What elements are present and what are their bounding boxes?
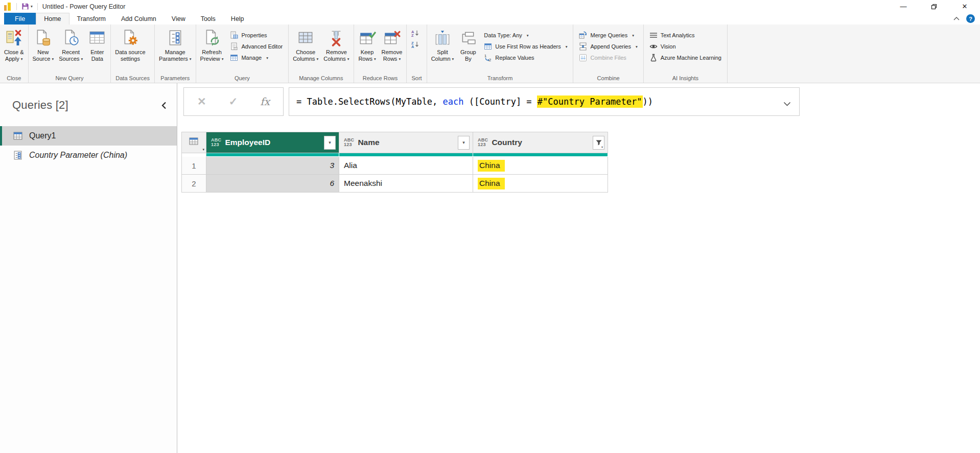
remove-columns-icon: [327, 29, 345, 47]
row-number[interactable]: 1: [182, 157, 206, 175]
row-number[interactable]: 2: [182, 175, 206, 193]
merge-queries-button[interactable]: Merge Queries▾: [576, 30, 640, 41]
restore-button[interactable]: [919, 0, 949, 13]
cell-name[interactable]: Meenakshi: [339, 175, 473, 193]
replace-values-button[interactable]: 12 Replace Values: [481, 52, 570, 63]
advanced-editor-icon: [230, 42, 238, 51]
remove-rows-button[interactable]: RemoveRows▾: [379, 27, 405, 62]
parameter-icon: [13, 151, 22, 160]
tab-help[interactable]: Help: [223, 13, 252, 25]
svg-text:Z: Z: [411, 33, 414, 37]
cell-employeeid[interactable]: 6: [206, 175, 339, 193]
group-label-data-sources: Data Sources: [111, 75, 154, 83]
window-title: Untitled - Power Query Editor: [42, 3, 126, 10]
queries-list: Query1 Country Parameter (China): [0, 126, 177, 165]
tab-tools[interactable]: Tools: [193, 13, 223, 25]
column-type-icon[interactable]: ABC123: [478, 138, 488, 148]
tab-add-column[interactable]: Add Column: [113, 13, 164, 25]
sort-az-icon: AZ: [411, 29, 419, 37]
append-queries-button[interactable]: Append Queries▾: [576, 41, 640, 52]
close-and-apply-button[interactable]: Close &Apply▾: [2, 27, 27, 62]
queries-panel-title: Queries [2]: [0, 99, 177, 112]
group-label-ai-insights: AI Insights: [644, 75, 727, 83]
formula-action-buttons: ✕ ✓ fx: [183, 87, 284, 116]
sort-ascending-button[interactable]: AZ: [408, 28, 422, 39]
enter-data-button[interactable]: EnterData: [85, 27, 109, 62]
tab-transform[interactable]: Transform: [69, 13, 114, 25]
column-header-employeeid[interactable]: ABC123 EmployeeID ▾: [206, 132, 339, 153]
cell-name[interactable]: Alia: [339, 157, 473, 175]
svg-text:2: 2: [489, 58, 491, 62]
azure-machine-learning-button[interactable]: Azure Machine Learning: [647, 52, 724, 63]
choose-columns-button[interactable]: ChooseColumns▾: [290, 27, 321, 62]
use-first-row-as-headers-button[interactable]: Use First Row as Headers▾: [481, 41, 570, 52]
select-all-corner-button[interactable]: ▾: [182, 132, 206, 153]
column-filter-dropdown-button[interactable]: ▾: [458, 136, 470, 150]
tab-view[interactable]: View: [164, 13, 193, 25]
advanced-editor-button[interactable]: Advanced Editor: [227, 41, 285, 52]
close-button[interactable]: ✕: [949, 0, 980, 13]
combine-files-button[interactable]: Combine Files: [576, 52, 640, 63]
quality-bar-corner: [182, 153, 206, 157]
minimize-button[interactable]: —: [888, 0, 919, 13]
recent-sources-icon: [62, 29, 80, 47]
vision-button[interactable]: Vision: [647, 41, 724, 52]
cell-employeeid[interactable]: 3: [206, 157, 339, 175]
power-query-editor-window: ▾ Untitled - Power Query Editor — ✕ File…: [0, 0, 980, 453]
ribbon-group-ai-insights: Text Analytics Vision Azure Machine Lear…: [644, 25, 728, 83]
ribbon-group-reduce-rows: KeepRows▾ RemoveRows▾ Reduce Rows: [354, 25, 407, 83]
group-label-combine: Combine: [573, 75, 643, 83]
column-name: EmployeeID: [225, 138, 320, 147]
query-list-item-country-parameter[interactable]: Country Parameter (China): [0, 146, 177, 165]
refresh-preview-button[interactable]: RefreshPreview▾: [198, 27, 226, 62]
text-analytics-icon: [649, 31, 658, 39]
new-source-button[interactable]: NewSource▾: [30, 27, 57, 62]
formula-input[interactable]: = Table.SelectRows(MyTable, each ([Count…: [289, 87, 800, 116]
cell-country[interactable]: China: [473, 175, 608, 193]
data-type-button[interactable]: Data Type: Any▾: [481, 30, 570, 41]
save-options-caret[interactable]: ▾: [31, 4, 33, 9]
properties-button[interactable]: Properties: [227, 30, 285, 41]
menu-tab-bar: File Home Transform Add Column View Tool…: [0, 13, 980, 25]
collapse-queries-panel-chevron-icon[interactable]: [161, 102, 167, 111]
ribbon-group-data-sources: Data sourcesettings Data Sources: [111, 25, 155, 83]
collapse-ribbon-chevron-icon[interactable]: [953, 17, 960, 20]
remove-columns-button[interactable]: RemoveColumns▾: [321, 27, 352, 62]
query-list-item-query1[interactable]: Query1: [0, 126, 177, 146]
group-by-button[interactable]: GroupBy: [456, 27, 480, 62]
ribbon-group-sort: AZ ZA Sort: [407, 25, 427, 83]
query-name: Query1: [29, 131, 56, 140]
expand-formula-bar-chevron-icon[interactable]: [783, 99, 791, 108]
sort-za-icon: ZA: [411, 40, 419, 49]
keyword-each: each: [443, 97, 464, 107]
cancel-formula-icon[interactable]: ✕: [197, 96, 206, 108]
cell-country[interactable]: China: [473, 157, 608, 175]
column-filter-dropdown-button[interactable]: ▾: [324, 136, 336, 150]
column-type-icon[interactable]: ABC123: [344, 138, 354, 148]
remove-rows-icon: [383, 29, 401, 47]
ribbon-group-close: Close &Apply▾ Close: [0, 25, 29, 83]
recent-sources-button[interactable]: RecentSources▾: [56, 27, 85, 62]
column-type-icon[interactable]: ABC123: [211, 138, 221, 148]
tab-home[interactable]: Home: [36, 13, 69, 25]
manage-parameters-button[interactable]: ManageParameters▾: [156, 27, 194, 62]
sort-descending-button[interactable]: ZA: [408, 39, 422, 50]
column-header-country[interactable]: ABC123 Country ▾: [473, 132, 608, 153]
combine-files-icon: [579, 54, 587, 62]
quality-bar-name: [339, 153, 473, 157]
first-row-headers-icon: [484, 42, 492, 51]
help-icon[interactable]: ?: [966, 14, 975, 23]
ribbon-home: Close &Apply▾ Close NewSource▾ RecentS: [0, 25, 980, 83]
titlebar-separator: [16, 3, 17, 10]
tab-file[interactable]: File: [4, 13, 36, 25]
manage-button[interactable]: Manage▾: [227, 52, 285, 63]
fx-add-step-icon[interactable]: fx: [260, 96, 270, 108]
column-header-name[interactable]: ABC123 Name ▾: [339, 132, 473, 153]
data-source-settings-button[interactable]: Data sourcesettings: [112, 27, 148, 62]
save-icon[interactable]: [21, 3, 29, 10]
keep-rows-button[interactable]: KeepRows▾: [356, 27, 379, 62]
split-column-button[interactable]: SplitColumn▾: [429, 27, 457, 62]
text-analytics-button[interactable]: Text Analytics: [647, 30, 724, 41]
commit-formula-icon[interactable]: ✓: [229, 96, 238, 108]
column-filter-active-button[interactable]: ▾: [593, 136, 604, 150]
